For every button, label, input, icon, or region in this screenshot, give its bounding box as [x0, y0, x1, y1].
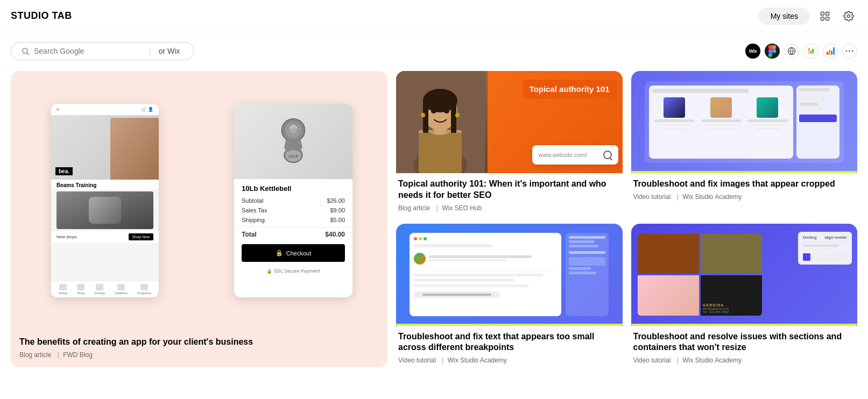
card-images-source: Wix Studio Academy [682, 193, 742, 201]
svg-point-5 [23, 48, 27, 53]
card-troubleshoot-text[interactable]: Troubleshoot and fix text that appears t… [396, 224, 623, 368]
history-icon-button[interactable] [816, 8, 834, 25]
card-images-title: Troubleshoot and fix images that appear … [633, 179, 856, 190]
gardina-panel: Dockingalign+reorder [798, 232, 852, 265]
gmail-extension-icon[interactable]: M [803, 44, 818, 59]
cart-shipping: Shipping $5.00 [234, 215, 352, 225]
phone-nav-groups: Groups [94, 284, 105, 295]
card-topical-type: Blog article [398, 204, 430, 212]
card-topical-source: Wix SEO Hub [442, 204, 482, 212]
card-sections-type: Video tutorial [633, 357, 671, 364]
phone-nav-shop: Shop [77, 284, 84, 295]
analytics-icon [827, 47, 835, 55]
header: STUDIO TAB My sites [0, 0, 868, 32]
gardina-name: GARDINA [703, 303, 760, 307]
card-text-type: Video tutorial [398, 357, 436, 364]
globe-extension-icon[interactable] [784, 44, 799, 59]
card-text-source: Wix Studio Academy [448, 357, 507, 364]
phone-nav: Home Shop Groups Galleries [51, 281, 159, 297]
svg-rect-22 [451, 101, 456, 133]
svg-rect-25 [435, 128, 446, 134]
cart-product-image: 10LB [234, 104, 352, 179]
gardina-collage: GARDINA info@gardina.com Tel: 123-456-78… [638, 234, 762, 316]
search-icon [21, 47, 30, 55]
card-topical-authority[interactable]: Topical authority 101 www.website.com/ T… [396, 71, 623, 215]
svg-rect-3 [826, 17, 829, 20]
analytics-extension-icon[interactable] [823, 44, 838, 59]
svg-point-26 [431, 109, 436, 113]
search-bar-container[interactable]: | or Wix [11, 42, 194, 60]
search-or-wix: or Wix [159, 47, 180, 55]
cart-subtotal: Subtotal $26.00 [234, 196, 352, 205]
wix-extension-icon[interactable]: Wix [745, 44, 760, 59]
card-text-thumb [396, 224, 623, 326]
card-sections-thumb: GARDINA info@gardina.com Tel: 123-456-78… [631, 224, 858, 326]
svg-point-29 [455, 113, 460, 117]
more-dots-icon: ··· [845, 46, 854, 56]
topical-person-image [396, 71, 485, 173]
gear-icon [843, 11, 854, 22]
globe-icon [787, 47, 796, 55]
featured-card-type: Blog article [19, 351, 51, 359]
card-troubleshoot-images[interactable]: Troubleshoot and fix images that appear … [631, 71, 858, 215]
card-sections-title: Troubleshoot and resolve issues with sec… [633, 331, 856, 354]
history-icon [820, 11, 830, 22]
cart-mockup: 10LB 10Lb Kettlebell Subtotal $26.00 Sal… [234, 104, 352, 297]
phone-product-title: Beams Training [57, 182, 153, 188]
cart-mockup-container: 10LB 10Lb Kettlebell Subtotal $26.00 Sal… [199, 71, 387, 330]
featured-card-meta: Blog article | FWD Blog [19, 351, 379, 359]
featured-card-images: ≡ 🛒 👤 bea. Beams Training [11, 71, 387, 330]
search-section: | or Wix Wix M [0, 32, 868, 66]
more-extensions-button[interactable]: ··· [842, 44, 857, 59]
card-images-thumb [631, 71, 858, 173]
search-input[interactable] [34, 47, 142, 55]
card-topical-meta: Blog article | Wix SEO Hub [398, 204, 620, 212]
featured-card[interactable]: ≡ 🛒 👤 bea. Beams Training [11, 71, 387, 367]
content-grid: ≡ 🛒 👤 bea. Beams Training [0, 66, 868, 378]
phone-nav-home: Home [59, 284, 67, 295]
phone-cart-icon: 🛒 👤 [142, 107, 153, 112]
svg-rect-1 [826, 12, 829, 15]
topical-search-icon [603, 151, 612, 159]
featured-card-source: FWD Blog [63, 351, 93, 359]
svg-rect-2 [821, 17, 824, 20]
phone-cta: New drops Shop Now [51, 231, 159, 243]
cart-checkout-btn: 🔒 Checkout [242, 244, 345, 262]
card-accent-bar-3 [631, 324, 858, 326]
featured-card-text: The benefits of creating an app for your… [11, 330, 387, 367]
card-text-text: Troubleshoot and fix text that appears t… [396, 326, 623, 368]
phone-nav-galleries: Galleries [115, 284, 128, 295]
gardina-phone: Tel: 123-456-7890 [703, 310, 760, 314]
figma-extension-icon[interactable] [765, 44, 780, 59]
settings-icon-button[interactable] [840, 8, 857, 25]
card-sections-text: Troubleshoot and resolve issues with sec… [631, 326, 858, 368]
topical-search-box: www.website.com/ [532, 145, 618, 165]
cart-product-name: 10Lb Kettlebell [234, 179, 352, 196]
phone-shop-btn: Shop Now [129, 233, 153, 240]
card-images-type: Video tutorial [633, 193, 671, 201]
phone-mockup-container: ≡ 🛒 👤 bea. Beams Training [11, 71, 199, 330]
gmail-icon: M [808, 47, 814, 55]
phone-header: ≡ 🛒 👤 [51, 104, 159, 115]
card-images-meta: Video tutorial | Wix Studio Academy [633, 193, 856, 201]
cart-total: Total $40.00 [234, 227, 352, 240]
svg-rect-0 [821, 12, 824, 15]
services-mockup [645, 81, 844, 163]
svg-text:10LB: 10LB [288, 154, 299, 159]
svg-point-4 [848, 15, 850, 17]
playground-mockup [410, 233, 609, 317]
card-topical-title: Topical authority 101: When it's importa… [398, 179, 620, 201]
app-logo: STUDIO TAB [11, 10, 72, 22]
topical-orange-label: Topical authority 101 [523, 80, 616, 99]
svg-point-27 [444, 109, 449, 113]
phone-mockup: ≡ 🛒 👤 bea. Beams Training [51, 104, 159, 297]
my-sites-button[interactable]: My sites [759, 8, 810, 25]
card-topical-text: Topical authority 101: When it's importa… [396, 173, 623, 215]
svg-point-28 [421, 113, 425, 117]
card-troubleshoot-sections[interactable]: GARDINA info@gardina.com Tel: 123-456-78… [631, 224, 858, 368]
kettlebell-icon: 10LB [272, 115, 315, 168]
figma-icon [768, 45, 777, 57]
phone-menu-icon: ≡ [57, 107, 59, 112]
svg-line-6 [27, 53, 29, 55]
card-text-meta: Video tutorial | Wix Studio Academy [398, 357, 620, 364]
